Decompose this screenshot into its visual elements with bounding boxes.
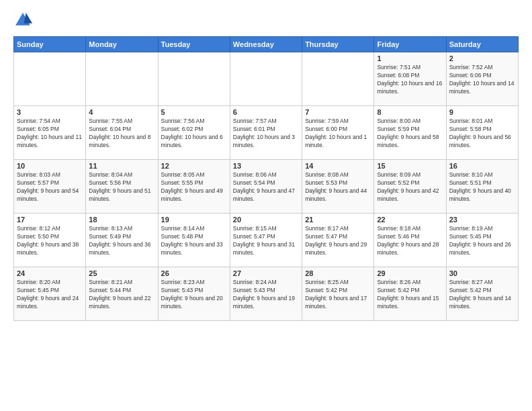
day-info: Sunrise: 8:03 AM Sunset: 5:57 PM Dayligh…	[17, 171, 83, 203]
day-number: 1	[377, 54, 443, 62]
calendar-cell: 10Sunrise: 8:03 AM Sunset: 5:57 PM Dayli…	[14, 160, 86, 214]
calendar-cell: 14Sunrise: 8:08 AM Sunset: 5:53 PM Dayli…	[302, 160, 374, 214]
calendar-cell: 5Sunrise: 7:56 AM Sunset: 6:02 PM Daylig…	[158, 106, 230, 160]
day-number: 18	[89, 216, 154, 224]
day-number: 11	[89, 162, 154, 170]
day-number: 15	[377, 162, 443, 170]
calendar-cell: 4Sunrise: 7:55 AM Sunset: 6:04 PM Daylig…	[86, 106, 158, 160]
calendar-cell: 29Sunrise: 8:26 AM Sunset: 5:42 PM Dayli…	[374, 267, 446, 321]
day-info: Sunrise: 7:56 AM Sunset: 6:02 PM Dayligh…	[161, 118, 227, 150]
day-info: Sunrise: 8:17 AM Sunset: 5:47 PM Dayligh…	[305, 225, 371, 257]
weekday-wednesday: Wednesday	[230, 37, 302, 52]
day-info: Sunrise: 8:26 AM Sunset: 5:42 PM Dayligh…	[377, 279, 443, 311]
calendar-cell: 7Sunrise: 7:59 AM Sunset: 6:00 PM Daylig…	[302, 106, 374, 160]
day-info: Sunrise: 8:06 AM Sunset: 5:54 PM Dayligh…	[233, 171, 299, 203]
calendar-cell: 13Sunrise: 8:06 AM Sunset: 5:54 PM Dayli…	[230, 160, 302, 214]
day-number: 12	[161, 162, 227, 170]
day-number: 22	[377, 216, 443, 224]
day-number: 23	[449, 216, 515, 224]
day-number: 24	[17, 269, 83, 277]
day-info: Sunrise: 7:59 AM Sunset: 6:00 PM Dayligh…	[305, 118, 371, 150]
day-info: Sunrise: 8:24 AM Sunset: 5:43 PM Dayligh…	[233, 279, 299, 311]
day-number: 19	[161, 216, 227, 224]
weekday-thursday: Thursday	[302, 37, 374, 52]
calendar-cell: 20Sunrise: 8:15 AM Sunset: 5:47 PM Dayli…	[230, 214, 302, 267]
day-info: Sunrise: 7:51 AM Sunset: 6:08 PM Dayligh…	[377, 64, 443, 96]
calendar-cell: 9Sunrise: 8:01 AM Sunset: 5:58 PM Daylig…	[446, 106, 518, 160]
day-number: 16	[449, 162, 515, 170]
day-info: Sunrise: 8:14 AM Sunset: 5:48 PM Dayligh…	[161, 225, 227, 257]
calendar-cell	[158, 52, 230, 106]
calendar-page: SundayMondayTuesdayWednesdayThursdayFrid…	[0, 0, 532, 411]
day-number: 27	[233, 269, 299, 277]
weekday-monday: Monday	[86, 37, 158, 52]
day-info: Sunrise: 8:13 AM Sunset: 5:49 PM Dayligh…	[89, 225, 154, 257]
calendar-cell: 25Sunrise: 8:21 AM Sunset: 5:44 PM Dayli…	[86, 267, 158, 321]
weekday-friday: Friday	[374, 37, 446, 52]
day-number: 25	[89, 269, 154, 277]
day-info: Sunrise: 8:01 AM Sunset: 5:58 PM Dayligh…	[449, 118, 515, 150]
day-number: 30	[449, 269, 515, 277]
calendar-cell: 30Sunrise: 8:27 AM Sunset: 5:42 PM Dayli…	[446, 267, 518, 321]
day-info: Sunrise: 8:12 AM Sunset: 5:50 PM Dayligh…	[17, 225, 83, 257]
logo-icon	[13, 11, 32, 30]
day-number: 9	[449, 108, 515, 116]
day-number: 3	[17, 108, 83, 116]
day-number: 6	[233, 108, 299, 116]
calendar-cell: 15Sunrise: 8:09 AM Sunset: 5:52 PM Dayli…	[374, 160, 446, 214]
weekday-sunday: Sunday	[14, 37, 86, 52]
week-row-4: 17Sunrise: 8:12 AM Sunset: 5:50 PM Dayli…	[14, 214, 519, 267]
day-number: 4	[89, 108, 154, 116]
day-info: Sunrise: 8:05 AM Sunset: 5:55 PM Dayligh…	[161, 171, 227, 203]
calendar-cell: 18Sunrise: 8:13 AM Sunset: 5:49 PM Dayli…	[86, 214, 158, 267]
calendar-cell: 21Sunrise: 8:17 AM Sunset: 5:47 PM Dayli…	[302, 214, 374, 267]
calendar-cell: 22Sunrise: 8:18 AM Sunset: 5:46 PM Dayli…	[374, 214, 446, 267]
day-number: 8	[377, 108, 443, 116]
day-info: Sunrise: 8:19 AM Sunset: 5:45 PM Dayligh…	[449, 225, 515, 257]
day-info: Sunrise: 8:09 AM Sunset: 5:52 PM Dayligh…	[377, 171, 443, 203]
day-info: Sunrise: 8:10 AM Sunset: 5:51 PM Dayligh…	[449, 171, 515, 203]
logo	[13, 11, 35, 30]
day-info: Sunrise: 8:15 AM Sunset: 5:47 PM Dayligh…	[233, 225, 299, 257]
calendar-body: 1Sunrise: 7:51 AM Sunset: 6:08 PM Daylig…	[14, 52, 519, 321]
calendar-cell: 11Sunrise: 8:04 AM Sunset: 5:56 PM Dayli…	[86, 160, 158, 214]
calendar-cell: 1Sunrise: 7:51 AM Sunset: 6:08 PM Daylig…	[374, 52, 446, 106]
calendar-cell	[86, 52, 158, 106]
day-number: 21	[305, 216, 371, 224]
day-number: 29	[377, 269, 443, 277]
calendar-cell: 27Sunrise: 8:24 AM Sunset: 5:43 PM Dayli…	[230, 267, 302, 321]
day-info: Sunrise: 8:20 AM Sunset: 5:45 PM Dayligh…	[17, 279, 83, 311]
calendar-cell: 2Sunrise: 7:52 AM Sunset: 6:06 PM Daylig…	[446, 52, 518, 106]
week-row-3: 10Sunrise: 8:03 AM Sunset: 5:57 PM Dayli…	[14, 160, 519, 214]
calendar-cell: 6Sunrise: 7:57 AM Sunset: 6:01 PM Daylig…	[230, 106, 302, 160]
calendar-cell: 3Sunrise: 7:54 AM Sunset: 6:05 PM Daylig…	[14, 106, 86, 160]
weekday-saturday: Saturday	[446, 37, 518, 52]
calendar-table: SundayMondayTuesdayWednesdayThursdayFrid…	[13, 36, 519, 321]
day-info: Sunrise: 8:25 AM Sunset: 5:42 PM Dayligh…	[305, 279, 371, 311]
calendar-cell: 24Sunrise: 8:20 AM Sunset: 5:45 PM Dayli…	[14, 267, 86, 321]
day-number: 10	[17, 162, 83, 170]
calendar-cell	[14, 52, 86, 106]
day-number: 17	[17, 216, 83, 224]
week-row-2: 3Sunrise: 7:54 AM Sunset: 6:05 PM Daylig…	[14, 106, 519, 160]
day-info: Sunrise: 7:52 AM Sunset: 6:06 PM Dayligh…	[449, 64, 515, 96]
calendar-cell: 16Sunrise: 8:10 AM Sunset: 5:51 PM Dayli…	[446, 160, 518, 214]
day-info: Sunrise: 8:00 AM Sunset: 5:59 PM Dayligh…	[377, 118, 443, 150]
day-info: Sunrise: 8:23 AM Sunset: 5:43 PM Dayligh…	[161, 279, 227, 311]
calendar-cell: 26Sunrise: 8:23 AM Sunset: 5:43 PM Dayli…	[158, 267, 230, 321]
weekday-header-row: SundayMondayTuesdayWednesdayThursdayFrid…	[14, 37, 519, 52]
calendar-cell	[230, 52, 302, 106]
day-number: 5	[161, 108, 227, 116]
day-info: Sunrise: 8:27 AM Sunset: 5:42 PM Dayligh…	[449, 279, 515, 311]
day-number: 2	[449, 54, 515, 62]
week-row-5: 24Sunrise: 8:20 AM Sunset: 5:45 PM Dayli…	[14, 267, 519, 321]
calendar-cell: 12Sunrise: 8:05 AM Sunset: 5:55 PM Dayli…	[158, 160, 230, 214]
weekday-tuesday: Tuesday	[158, 37, 230, 52]
header	[13, 11, 519, 30]
day-info: Sunrise: 7:55 AM Sunset: 6:04 PM Dayligh…	[89, 118, 154, 150]
calendar-cell: 8Sunrise: 8:00 AM Sunset: 5:59 PM Daylig…	[374, 106, 446, 160]
calendar-cell: 19Sunrise: 8:14 AM Sunset: 5:48 PM Dayli…	[158, 214, 230, 267]
calendar-cell: 23Sunrise: 8:19 AM Sunset: 5:45 PM Dayli…	[446, 214, 518, 267]
day-number: 7	[305, 108, 371, 116]
day-number: 28	[305, 269, 371, 277]
